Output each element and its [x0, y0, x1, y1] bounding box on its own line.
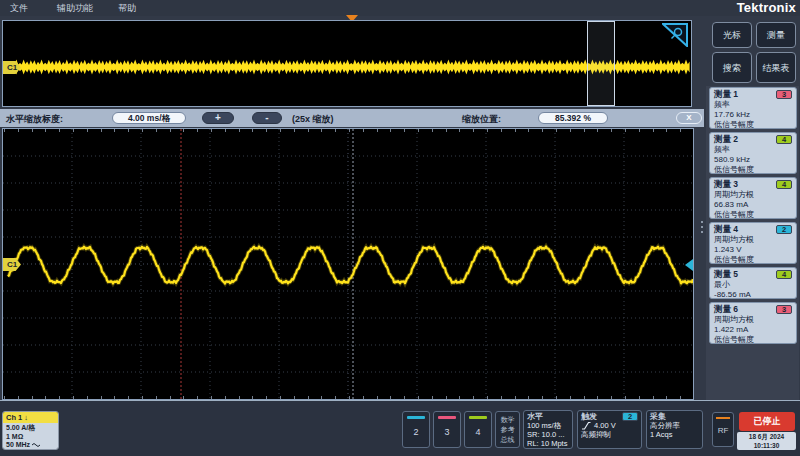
results-table-button[interactable]: 结果表	[756, 52, 796, 83]
source-badge: 3	[776, 305, 792, 314]
bottom-ticks	[4, 396, 692, 399]
menu-bar: 文件 辅助功能 帮助 Tektronix	[0, 0, 800, 16]
math-ref-bus-button[interactable]: 数学 参考 总线	[495, 411, 520, 448]
search-button[interactable]: 搜索	[712, 52, 752, 83]
measurement-warning: 低信号幅度	[714, 335, 792, 345]
main-display: C1	[2, 128, 694, 400]
measurement-value: 580.9 kHz	[714, 155, 792, 165]
trigger-level-marker	[685, 259, 693, 271]
tektronix-logo: Tektronix	[737, 0, 796, 15]
zoom-close-button[interactable]: X	[676, 112, 702, 124]
measurement-value: 17.76 kHz	[714, 110, 792, 120]
measurement-warning: 低信号幅度	[714, 120, 792, 130]
source-badge: 2	[776, 225, 792, 234]
measurement-card-3[interactable]: 测量 34 周期均方根 66.83 mA 低信号幅度	[709, 177, 797, 219]
top-ticks	[4, 129, 692, 132]
zoom-position-label: 缩放位置:	[462, 113, 501, 126]
zoom-bar: 水平缩放标度: 4.00 ms/格 + - (25x 缩放) 缩放位置: 85.…	[0, 109, 704, 127]
source-badge: 4	[776, 135, 792, 144]
channel1-settings: 5.00 A/格 1 MΩ 50 MHz	[3, 423, 58, 450]
measurement-value: -86.56 mA	[714, 290, 792, 300]
channel1-badge[interactable]: Ch 1 ↓ 5.00 A/格 1 MΩ 50 MHz	[2, 411, 59, 450]
horizontal-scale: 100 ms/格	[527, 421, 569, 430]
measurement-title: 测量 1	[714, 89, 738, 101]
measurement-card-4[interactable]: 测量 42 周期均方根 1.243 V 低信号幅度	[709, 222, 797, 264]
measurement-card-1[interactable]: 测量 13 频率 17.76 kHz 低信号幅度	[709, 87, 797, 129]
channel2-button[interactable]: 2	[402, 411, 430, 448]
channel1-scale: 5.00 A/格	[6, 424, 55, 433]
measurement-value: 66.83 mA	[714, 200, 792, 210]
measurement-type: 周期均方根	[714, 235, 792, 245]
horizontal-panel[interactable]: 水平 100 ms/格 SR: 10.0 ... RL: 10 Mpts	[523, 410, 573, 449]
bandwidth-icon	[32, 442, 40, 448]
measurement-title: 测量 3	[714, 179, 738, 191]
zoom-scale-label: 水平缩放标度:	[6, 113, 63, 126]
measurement-title: 测量 2	[714, 134, 738, 146]
zoom-out-button[interactable]: -	[252, 112, 282, 124]
record-length: RL: 10 Mpts	[527, 439, 569, 448]
measurement-type: 最小	[714, 280, 792, 290]
graticule-and-waveform	[3, 129, 693, 399]
measurement-card-6[interactable]: 测量 63 周期均方根 1.422 mA 低信号幅度	[709, 302, 797, 344]
measurement-title: 测量 4	[714, 224, 738, 236]
measurement-warning: 低信号幅度	[714, 255, 792, 265]
channel4-button[interactable]: 4	[464, 411, 492, 448]
results-scroll-handle[interactable]	[700, 221, 704, 236]
zoom-in-button[interactable]: +	[202, 112, 234, 124]
bottom-bar: Ch 1 ↓ 5.00 A/格 1 MΩ 50 MHz 2 3 4 数学 参考 …	[0, 400, 800, 456]
zoom-selection-box[interactable]	[587, 21, 615, 106]
trigger-panel[interactable]: 触发2 4.00 V 高频抑制	[577, 410, 642, 449]
rf-color-bar	[716, 417, 730, 419]
cursor-button[interactable]: 光标	[712, 22, 752, 48]
date: 18 6月 2024	[737, 433, 796, 442]
menu-help[interactable]: 帮助	[118, 2, 136, 15]
measurement-warning: 低信号幅度	[714, 210, 792, 220]
zoom-scale-value[interactable]: 4.00 ms/格	[112, 112, 186, 124]
measurement-value: 1.422 mA	[714, 325, 792, 335]
channel1-header: Ch 1 ↓	[3, 412, 58, 423]
channel3-color-bar	[438, 416, 456, 419]
measurement-title: 测量 5	[714, 269, 738, 281]
channel1-bandwidth: 50 MHz	[6, 441, 30, 450]
source-badge: 4	[776, 180, 792, 189]
acquisition-count: 1 Acqs	[650, 430, 699, 439]
trigger-coupling: 高频抑制	[581, 430, 638, 439]
source-badge: 4	[776, 270, 792, 279]
sample-rate: SR: 10.0 ...	[527, 430, 569, 439]
menu-utility[interactable]: 辅助功能	[57, 2, 93, 15]
channel2-color-bar	[407, 416, 425, 419]
waveform-overview: C1	[2, 20, 692, 107]
channel3-button[interactable]: 3	[433, 411, 461, 448]
acquisition-panel[interactable]: 采集 高分辨率 1 Acqs	[646, 410, 703, 449]
measurement-title: 测量 6	[714, 304, 738, 316]
channel4-color-bar	[469, 416, 487, 419]
acquisition-mode: 高分辨率	[650, 421, 699, 430]
channel1-impedance: 1 MΩ	[6, 433, 55, 442]
measurement-card-5[interactable]: 测量 54 最小 -86.56 mA	[709, 267, 797, 299]
measurement-type: 频率	[714, 100, 792, 110]
channel4-label: 4	[465, 427, 491, 437]
rising-edge-icon	[581, 421, 591, 430]
source-badge: 3	[776, 90, 792, 99]
magnifier-icon[interactable]	[662, 23, 688, 47]
zoom-factor-label: (25x 缩放)	[292, 113, 334, 126]
zoom-position-value[interactable]: 85.392 %	[538, 112, 608, 124]
measurement-card-2[interactable]: 测量 24 频率 580.9 kHz 低信号幅度	[709, 132, 797, 174]
measurement-type: 周期均方根	[714, 190, 792, 200]
trigger-level: 4.00 V	[594, 421, 616, 430]
measure-button[interactable]: 测量	[756, 22, 796, 48]
measurement-type: 周期均方根	[714, 315, 792, 325]
trigger-source-badge: 2	[622, 412, 638, 421]
channel2-label: 2	[403, 427, 429, 437]
run-stop-button[interactable]: 已停止	[739, 412, 795, 431]
datetime-display[interactable]: 18 6月 2024 10:11:30	[737, 432, 796, 450]
measurement-warning: 低信号幅度	[714, 165, 792, 175]
rf-button[interactable]: RF	[712, 412, 734, 447]
time: 10:11:30	[737, 442, 796, 451]
measurement-type: 频率	[714, 145, 792, 155]
oscilloscope-screen: 文件 辅助功能 帮助 Tektronix C1 水平缩放标度: 4.00 ms/…	[0, 0, 800, 456]
measurement-value: 1.243 V	[714, 245, 792, 255]
menu-file[interactable]: 文件	[10, 2, 28, 15]
channel3-label: 3	[434, 427, 460, 437]
